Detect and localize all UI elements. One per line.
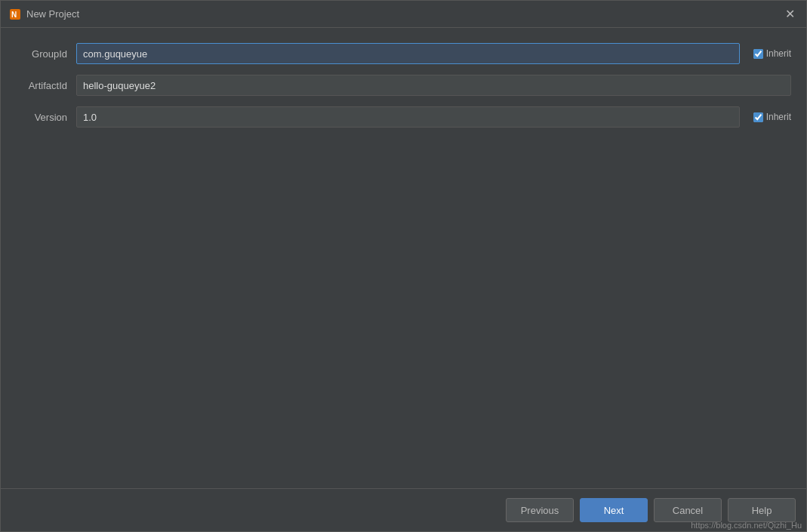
new-project-dialog: N New Project ✕ GroupId Inherit Artifact… — [0, 0, 807, 532]
version-input[interactable] — [76, 106, 740, 128]
artifact-id-input[interactable] — [76, 75, 791, 96]
group-id-inherit-label: Inherit — [766, 48, 791, 59]
group-id-label: GroupId — [16, 48, 76, 60]
version-inherit-label: Inherit — [766, 112, 791, 122]
group-id-input[interactable] — [76, 43, 740, 64]
version-inherit-checkbox[interactable] — [753, 112, 763, 122]
help-button[interactable]: Help — [728, 498, 796, 522]
version-label: Version — [16, 112, 76, 123]
version-input-wrapper: Inherit — [76, 106, 791, 128]
title-bar: N New Project ✕ — [1, 1, 806, 28]
next-button[interactable]: Next — [580, 498, 648, 522]
watermark: https://blog.csdn.net/Qizhi_Hu — [691, 521, 802, 530]
group-id-input-wrapper: Inherit — [76, 43, 791, 64]
footer: Previous Next Cancel Help — [1, 488, 806, 531]
group-id-row: GroupId Inherit — [16, 43, 791, 64]
version-inherit: Inherit — [753, 112, 791, 122]
artifact-id-row: ArtifactId — [16, 75, 791, 96]
app-icon: N — [8, 8, 22, 21]
version-row: Version Inherit — [16, 106, 791, 128]
group-id-inherit: Inherit — [753, 48, 791, 59]
group-id-inherit-checkbox[interactable] — [753, 49, 763, 59]
previous-button[interactable]: Previous — [506, 498, 574, 522]
form-content: GroupId Inherit ArtifactId Version — [1, 28, 806, 488]
artifact-id-label: ArtifactId — [16, 80, 76, 91]
svg-text:N: N — [11, 11, 17, 19]
cancel-button[interactable]: Cancel — [654, 498, 722, 522]
close-button[interactable]: ✕ — [781, 5, 799, 23]
window-title: New Project — [26, 8, 79, 20]
title-bar-left: N New Project — [8, 8, 79, 21]
artifact-id-input-wrapper — [76, 75, 791, 96]
